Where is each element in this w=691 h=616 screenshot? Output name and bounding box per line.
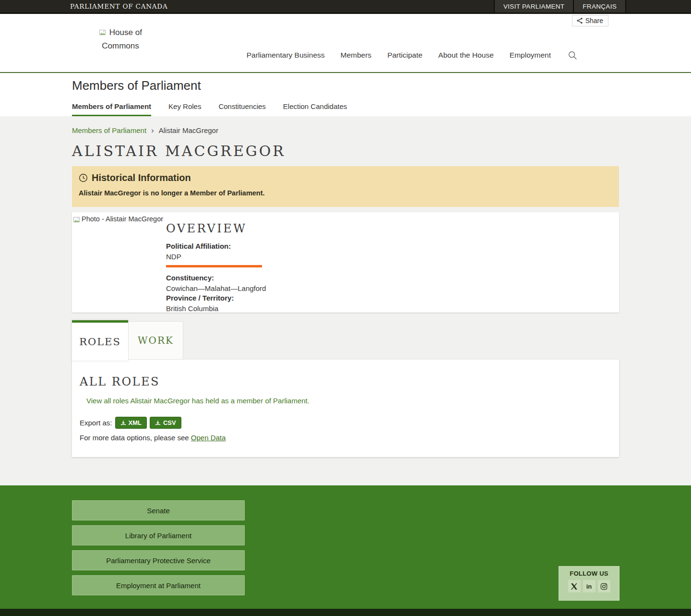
export-xml-button[interactable]: XML	[115, 417, 147, 429]
house-of-commons-logo[interactable]: House of Commons	[87, 26, 154, 72]
follow-us-label: FOLLOW US	[559, 570, 619, 577]
nav-about-the-house[interactable]: About the House	[438, 51, 493, 60]
main-nav: Parliamentary Business Members Participa…	[247, 50, 577, 60]
share-label: Share	[585, 17, 603, 24]
main-content: Members of Parliament › Alistair MacGreg…	[0, 116, 691, 485]
instagram-icon	[600, 583, 608, 590]
page-title: ALISTAIR MACGREGOR	[72, 143, 619, 159]
constituency-label: Constituency:	[166, 274, 266, 282]
share-icon	[576, 17, 583, 24]
historical-info-title-row: Historical Information	[79, 172, 612, 183]
follow-us-box: FOLLOW US in	[559, 566, 620, 601]
x-icon	[571, 583, 578, 590]
province-value: British Columbia	[166, 304, 266, 313]
nav-members[interactable]: Members	[341, 51, 372, 60]
tab-work[interactable]: WORK	[128, 321, 183, 360]
member-photo: Photo - Alistair MacGregor	[72, 212, 166, 313]
tab-election-candidates[interactable]: Election Candidates	[283, 102, 347, 116]
political-affiliation-value: NDP	[166, 253, 266, 261]
footer-link-senate[interactable]: Senate	[72, 500, 245, 520]
tab-members-of-parliament[interactable]: Members of Parliament	[72, 102, 151, 116]
breadcrumb: Members of Parliament › Alistair MacGreg…	[72, 116, 619, 134]
clock-icon	[79, 173, 88, 182]
footer-link-employment[interactable]: Employment at Parliament	[72, 575, 245, 595]
site-footer: Senate Library of Parliament Parliamenta…	[0, 485, 691, 609]
export-xml-label: XML	[129, 419, 142, 426]
overview-card: Photo - Alistair MacGregor OVERVIEW Poli…	[72, 212, 619, 313]
province-label: Province / Territory:	[166, 294, 266, 302]
bottom-bar: Important Notices Open Data Info for Med…	[0, 609, 691, 616]
search-icon	[568, 50, 577, 60]
historical-info-title: Historical Information	[92, 172, 191, 183]
nav-parliamentary-business[interactable]: Parliamentary Business	[247, 51, 325, 60]
detail-tabs: ROLES WORK	[72, 320, 619, 361]
site-header: Share House of Commons Parliamentary Bus…	[0, 14, 691, 73]
historical-info-message: Alistair MacGregor is no longer a Member…	[79, 189, 612, 197]
open-data-link[interactable]: Open Data	[191, 434, 226, 442]
all-roles-title: ALL ROLES	[80, 375, 611, 388]
nav-participate[interactable]: Participate	[387, 51, 422, 60]
photo-alt-text: Photo - Alistair MacGregor	[82, 215, 163, 223]
party-color-bar	[166, 265, 262, 267]
utility-right-group: VISIT PARLIAMENT FRANÇAIS	[494, 0, 626, 12]
broken-image-icon	[99, 29, 108, 38]
constituency-value: Cowichan—Malahat—Langford	[166, 284, 266, 292]
section-header: Members of Parliament Members of Parliam…	[0, 73, 691, 116]
section-tabs: Members of Parliament Key Roles Constitu…	[72, 102, 691, 116]
visit-parliament-button[interactable]: VISIT PARLIAMENT	[494, 0, 573, 12]
data-options-text: For more data options, please see	[80, 434, 191, 442]
utility-bar: PARLIAMENT OF CANADA VISIT PARLIAMENT FR…	[0, 0, 691, 14]
historical-info-banner: Historical Information Alistair MacGrego…	[72, 166, 619, 207]
broken-image-icon	[73, 216, 80, 223]
political-affiliation-label: Political Affiliation:	[166, 242, 266, 250]
footer-link-library[interactable]: Library of Parliament	[72, 525, 245, 545]
export-csv-label: CSV	[163, 419, 176, 426]
export-as-label: Export as:	[80, 419, 112, 427]
download-icon	[155, 420, 161, 426]
nav-employment[interactable]: Employment	[510, 51, 551, 60]
roles-panel: ALL ROLES View all roles Alistair MacGre…	[72, 360, 619, 457]
share-button[interactable]: Share	[572, 15, 608, 26]
download-icon	[120, 420, 126, 426]
export-csv-button[interactable]: CSV	[150, 417, 181, 429]
tab-roles[interactable]: ROLES	[72, 320, 128, 361]
breadcrumb-members-link[interactable]: Members of Parliament	[72, 126, 146, 134]
breadcrumb-current: Alistair MacGregor	[159, 126, 218, 134]
linkedin-icon: in	[586, 583, 592, 590]
linkedin-button[interactable]: in	[583, 580, 596, 592]
overview-info: OVERVIEW Political Affiliation: NDP Cons…	[166, 212, 266, 313]
footer-link-protective-service[interactable]: Parliamentary Protective Service	[72, 550, 245, 570]
export-row: Export as: XML CSV	[80, 417, 611, 429]
breadcrumb-separator-icon: ›	[151, 126, 154, 134]
social-icons-row: in	[559, 580, 619, 592]
parliament-of-canada-link[interactable]: PARLIAMENT OF CANADA	[70, 2, 168, 10]
instagram-button[interactable]	[598, 580, 610, 592]
tab-key-roles[interactable]: Key Roles	[168, 102, 201, 116]
data-options-line: For more data options, please see Open D…	[80, 434, 611, 442]
overview-title: OVERVIEW	[166, 222, 266, 235]
tab-constituencies[interactable]: Constituencies	[218, 102, 265, 116]
view-all-roles-link[interactable]: View all roles Alistair MacGregor has he…	[86, 397, 611, 405]
x-twitter-button[interactable]	[568, 580, 581, 592]
search-button[interactable]	[568, 50, 577, 60]
section-title: Members of Parliament	[72, 73, 691, 93]
language-toggle-button[interactable]: FRANÇAIS	[573, 0, 626, 12]
